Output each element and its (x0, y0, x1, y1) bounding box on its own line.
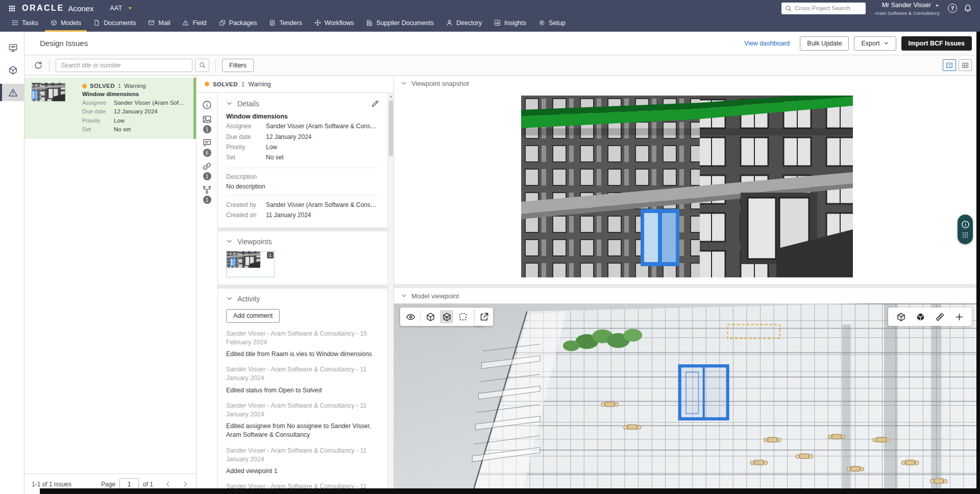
links-tab-icon[interactable]: 1 (202, 161, 212, 180)
widget-info-icon[interactable] (961, 220, 970, 229)
cross-project-search-input[interactable] (795, 5, 862, 11)
page-total: of 1 (143, 481, 153, 488)
model-viewport[interactable] (394, 303, 980, 494)
nav-packages[interactable]: Packages (213, 16, 263, 32)
view-dashboard-link[interactable]: View dashboard (744, 40, 790, 47)
nav-documents[interactable]: Documents (88, 16, 141, 32)
viewpoint-snapshot-header[interactable]: Viewpoint snapshot (394, 76, 980, 91)
section-cut-icon[interactable] (894, 310, 908, 323)
viewer-toolbar-right (888, 308, 972, 326)
status-dot (205, 82, 209, 86)
activity-entry: Sander Visser - Aram Software & Consulta… (226, 330, 379, 359)
detail-issue-title: Window dimensions (226, 113, 379, 120)
add-comment-button[interactable]: Add comment (226, 309, 280, 323)
widget-dots-icon[interactable] (962, 231, 969, 239)
bulk-update-button[interactable]: Bulk Update (800, 36, 849, 51)
scroll-up-icon[interactable]: ▲ (388, 93, 394, 99)
next-page-icon[interactable] (182, 481, 189, 488)
help-icon[interactable]: ? (948, 4, 957, 13)
info-tab-icon[interactable] (202, 100, 212, 110)
list-view-toggle[interactable] (943, 59, 956, 71)
window-right-edge (976, 32, 980, 494)
refresh-icon[interactable] (34, 61, 43, 70)
detail-assignee: Sander Visser (Aram Software & Consulta.… (266, 122, 379, 131)
project-caret-icon[interactable] (127, 5, 133, 11)
add-tool-plus-icon[interactable] (952, 310, 966, 323)
scrollbar-thumb[interactable] (389, 100, 393, 156)
main-nav: Tasks Models Documents Mail Field Packag… (0, 16, 980, 32)
model-viewpoint-title: Model viewpoint (411, 292, 459, 300)
user-menu[interactable]: Mr Sander Visser Aram Software & Consult… (875, 1, 940, 16)
viewpoint-thumbnail[interactable]: 1 (226, 251, 275, 277)
visibility-eye-icon[interactable] (404, 310, 417, 323)
issue-search-button[interactable] (195, 59, 209, 72)
project-selector[interactable]: AAT (110, 5, 122, 12)
related-count-badge: 1 (203, 196, 211, 204)
detail-scrollbar[interactable]: ▲ ▼ (387, 93, 394, 494)
feedback-widget[interactable] (958, 215, 973, 244)
export-button[interactable]: Export (854, 36, 896, 51)
open-external-viewer-icon[interactable] (475, 308, 493, 326)
details-section-title: Details (237, 100, 259, 108)
activity-entry: Sander Visser - Aram Software & Consulta… (226, 402, 379, 440)
viewpoints-collapse-icon[interactable] (226, 238, 233, 245)
import-bcf-button[interactable]: Import BCF Issues (901, 36, 972, 51)
comments-tab-icon[interactable]: 6 (202, 138, 212, 157)
nav-setup[interactable]: Setup (533, 16, 571, 32)
xray-model-icon[interactable] (440, 310, 453, 323)
card-assignee: Sander Visser (Aram Sof... (114, 99, 184, 107)
viewpoint-snapshot-title: Viewpoint snapshot (411, 80, 469, 87)
issue-thumbnail (32, 83, 77, 111)
related-objects-tab-icon[interactable]: 1 (202, 185, 212, 204)
nav-tasks[interactable]: Tasks (6, 16, 44, 32)
details-collapse-icon[interactable] (226, 100, 233, 107)
links-count-badge: 1 (203, 172, 211, 180)
filters-button[interactable]: Filters (222, 59, 254, 72)
rail-models-icon[interactable] (0, 61, 24, 79)
window-bottom-edge (40, 488, 980, 494)
oracle-logo: ORACLE (22, 4, 64, 13)
nav-insights[interactable]: Insights (488, 16, 532, 32)
user-org: Aram Software & Consultancy (875, 10, 940, 16)
nav-field[interactable]: Field (177, 16, 212, 32)
rail-dashboard-icon[interactable] (0, 39, 24, 56)
details-section: Details Window dimensions AssigneeSander… (218, 93, 387, 227)
detail-description: No description (226, 183, 379, 190)
detail-scroll-area: Details Window dimensions AssigneeSander… (218, 93, 387, 494)
nav-workflows[interactable]: Workflows (309, 16, 359, 32)
app-launcher-grid-icon[interactable] (8, 5, 16, 12)
detail-created-by: Sander Visser (Aram Software & Consulta.… (266, 201, 379, 209)
issue-search-input[interactable] (56, 59, 192, 72)
marquee-select-icon[interactable] (456, 310, 470, 323)
viewpoint-snapshot-stage (394, 91, 980, 284)
edit-details-icon[interactable] (371, 99, 379, 108)
viewpoint-snapshot-image (521, 96, 853, 277)
detail-due-date: 12 January 2024 (266, 133, 311, 142)
prev-page-icon[interactable] (164, 481, 172, 488)
images-tab-icon[interactable]: 1 (202, 114, 212, 133)
solid-model-icon[interactable] (424, 310, 437, 323)
nav-models[interactable]: Models (45, 16, 87, 32)
grid-view-toggle[interactable] (959, 59, 972, 71)
model-viewport-canvas[interactable] (394, 303, 980, 494)
nav-mail[interactable]: Mail (142, 16, 176, 32)
model-viewpoint-header[interactable]: Model viewpoint (394, 288, 980, 303)
issue-detail-panel: SOLVED 1 Warning 1 6 1 1 (197, 76, 394, 494)
issue-card[interactable]: SOLVED 1 Warning Window dimensions Assig… (24, 78, 196, 139)
nav-tenders[interactable]: Tenders (263, 16, 307, 32)
notifications-bell-icon[interactable] (964, 4, 972, 12)
comments-count-badge: 6 (203, 149, 211, 157)
page-header: Design Issues View dashboard Bulk Update… (24, 32, 980, 55)
rail-issues-icon[interactable] (0, 84, 24, 101)
product-name: Aconex (68, 4, 94, 13)
detail-created-on: 11 January 2024 (266, 211, 311, 220)
user-caret-icon (935, 1, 940, 10)
model-cube-icon[interactable] (914, 310, 927, 323)
measure-ruler-icon[interactable] (933, 310, 946, 323)
activity-collapse-icon[interactable] (226, 295, 233, 302)
card-due-date: 12 January 2024 (114, 107, 158, 116)
cross-project-search[interactable] (781, 3, 866, 14)
nav-supplier-documents[interactable]: Supplier Documents (360, 16, 439, 32)
highlighted-window (680, 366, 728, 419)
nav-directory[interactable]: Directory (440, 16, 487, 32)
